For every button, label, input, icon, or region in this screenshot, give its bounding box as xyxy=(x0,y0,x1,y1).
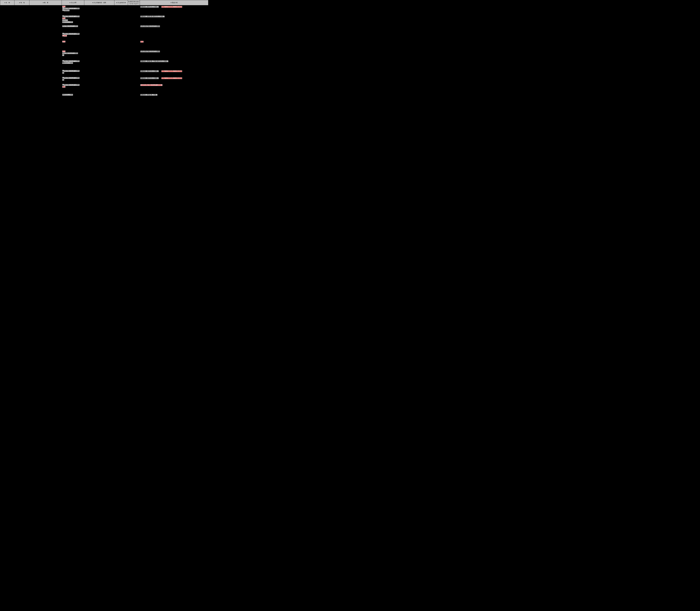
blank-cell xyxy=(0,84,14,93)
field-tag: 等 xyxy=(62,54,64,56)
field-tag: 再生可能エネルギーの開発 xyxy=(64,8,79,9)
blank-cell xyxy=(14,70,29,77)
blank-cell xyxy=(14,50,29,60)
blank-cell xyxy=(84,93,114,105)
field-tag: 再生可能エネルギーの開発 xyxy=(62,53,78,54)
cell-field: 再生可能エネルギーの開発 xyxy=(62,25,84,33)
blank-cell xyxy=(84,25,114,33)
blank-cell xyxy=(128,84,140,93)
example-tag: 基盤技術（地理計測×海洋ロボット技術） xyxy=(141,16,164,17)
blank-cell xyxy=(84,40,114,50)
cell-example: 基盤技術（海洋ロボット技術） 船舶からの温室効果ガスの排出削減 xyxy=(140,5,208,15)
example-tag: 船舶からの温室効果ガスの排出削減 xyxy=(161,77,182,79)
field-tag: 再生可能エネルギーの開発 xyxy=(64,70,79,72)
th-actors: 主な参加主体 xyxy=(114,0,128,5)
blank-cell xyxy=(114,77,128,84)
blank-cell xyxy=(128,60,140,70)
cluster-table: 名 称 地 域 概 要 主な分野 主な実施内容・成果 主な参加主体 参加主体を結… xyxy=(0,0,208,105)
blank-cell xyxy=(128,33,140,40)
blank-cell xyxy=(114,50,128,60)
cell-field: ● 再生可能エネルギーの開発養殖地理計測海洋ロボット技術 xyxy=(62,15,84,25)
example-tag: 基盤技術（環境計測・予測×海洋ロボット技術） xyxy=(141,60,168,62)
blank-cell xyxy=(128,93,140,105)
cell-field: ● 再生可能エネルギーの開発海洋ロボット技術 xyxy=(62,60,84,70)
cell-field: 養殖 xyxy=(62,40,84,50)
field-tag: 再生可能エネルギーの開発 xyxy=(64,84,79,86)
blank-cell xyxy=(29,40,62,50)
blank-cell xyxy=(0,33,14,40)
field-tag: 地理計測 xyxy=(62,19,68,21)
blank-cell xyxy=(29,60,62,70)
field-tag: 等 xyxy=(62,72,64,74)
blank-cell xyxy=(114,5,128,15)
blank-cell xyxy=(29,33,62,40)
blank-cell xyxy=(0,5,14,15)
blank-cell xyxy=(29,50,62,60)
table-row: ● 再生可能エネルギーの開発● 養殖 xyxy=(0,33,208,40)
table-row: 養殖再生可能エネルギーの開発等沿岸の再生可能エネルギーの開発 xyxy=(0,50,208,60)
blank-cell xyxy=(128,50,140,60)
blank-cell xyxy=(84,15,114,25)
blank-cell xyxy=(0,60,14,70)
blank-cell xyxy=(29,93,62,105)
blank-cell xyxy=(14,77,29,84)
cell-field: ● 再生可能エネルギーの開発等 xyxy=(62,70,84,77)
blank-cell xyxy=(14,15,29,25)
field-tag: 養殖 xyxy=(62,6,65,8)
blank-cell xyxy=(128,5,140,15)
blank-cell xyxy=(0,77,14,84)
blank-cell xyxy=(0,15,14,25)
blank-cell xyxy=(114,93,128,105)
cell-example: 養殖 xyxy=(140,40,208,50)
th-region: 地 域 xyxy=(14,0,29,5)
th-overview: 概 要 xyxy=(29,0,62,5)
blank-cell xyxy=(29,15,62,25)
blank-cell xyxy=(114,70,128,77)
th-name: 名 称 xyxy=(0,0,14,5)
example-tag: 養殖 xyxy=(141,41,144,43)
cell-field: 養殖再生可能エネルギーの開発等 xyxy=(62,50,84,60)
cell-example: 沿岸の再生可能エネルギーの開発 xyxy=(140,50,208,60)
blank-cell xyxy=(84,70,114,77)
blank-cell xyxy=(0,93,14,105)
blank-cell xyxy=(29,77,62,84)
example-tag: 基盤技術（海洋ロボット技術） xyxy=(141,6,159,8)
cell-field: ● 再生可能エネルギーの開発等 xyxy=(62,77,84,84)
table-row: ● 再生可能エネルギーの開発海洋ロボット技術基盤技術（環境計測・予測×海洋ロボッ… xyxy=(0,60,208,70)
field-tag: 再生可能エネルギーの開発 xyxy=(64,60,79,62)
field-tag: 養殖 xyxy=(62,17,65,19)
blank-cell xyxy=(0,25,14,33)
blank-cell xyxy=(128,25,140,33)
field-tag: 海洋ロボット技術 xyxy=(62,21,73,23)
blank-cell xyxy=(114,25,128,33)
table-row: ● 再生可能エネルギーの開発養殖【沿岸の再生可能エネルギーの開発】 xyxy=(0,84,208,93)
blank-cell xyxy=(84,5,114,15)
blank-cell xyxy=(128,77,140,84)
blank-cell xyxy=(14,93,29,105)
blank-cell xyxy=(14,84,29,93)
example-tag: 基盤技術（海洋ロボット技術） xyxy=(141,70,159,72)
field-tag: 海洋ロボット技術 xyxy=(62,94,73,95)
table-row: 養殖養殖 xyxy=(0,40,208,50)
blank-cell xyxy=(29,70,62,77)
blank-cell xyxy=(14,25,29,33)
example-tag: 【沿岸の再生可能エネルギーの開発】 xyxy=(141,84,162,86)
field-tag: 再生可能エネルギーの開発 xyxy=(62,25,78,27)
blank-cell xyxy=(84,33,114,40)
field-tag: 再生可能エネルギーの開発 xyxy=(64,16,79,17)
cell-example xyxy=(140,33,208,40)
field-tag: 養殖 xyxy=(62,86,65,88)
blank-cell xyxy=(114,40,128,50)
example-tag: 基盤技術（海洋ロボット技術） xyxy=(141,77,159,79)
cell-example: 基盤技術（地理計測×海洋ロボット技術） xyxy=(140,15,208,25)
cell-field: 養殖● 再生可能エネルギーの開発● 基盤技術 xyxy=(62,5,84,15)
blank-cell xyxy=(114,15,128,25)
table-row: ● 再生可能エネルギーの開発等基盤技術（海洋ロボット技術） 船舶からの温室効果ガ… xyxy=(0,77,208,84)
cell-field: ● 再生可能エネルギーの開発● 養殖 xyxy=(62,33,84,40)
cell-example: 基盤技術（環境計測・予測×海洋ロボット技術） xyxy=(140,60,208,70)
cell-example: 基盤技術（環境計測・予測） xyxy=(140,93,208,105)
blank-cell xyxy=(0,50,14,60)
field-tag: 養殖 xyxy=(64,35,67,37)
th-field: 主な分野 xyxy=(62,0,84,5)
blank-cell xyxy=(14,40,29,50)
